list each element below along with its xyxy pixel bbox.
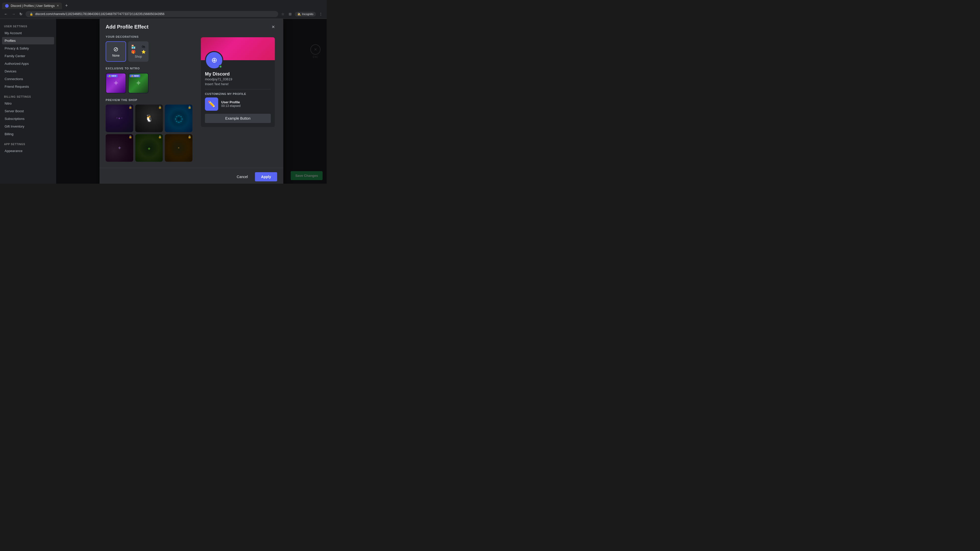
none-icon: ⊘ bbox=[113, 46, 118, 53]
shop-lock-5: 🔒 bbox=[158, 135, 162, 138]
nitro-grid: 🔒 NEW 🔒 NEW bbox=[106, 73, 192, 94]
decoration-grid: ⊘ None 🏪 🛍 🎁 ⭐ Shop bbox=[106, 41, 192, 62]
apply-button[interactable]: Apply bbox=[255, 172, 277, 181]
activity-row: ✏️ User Profile 00:13 elapsed bbox=[205, 97, 271, 111]
profile-preview-card: ⊕ My Discord moodjoy71_03619 Insert Text… bbox=[201, 37, 275, 127]
sidebar-item-devices[interactable]: Devices bbox=[2, 68, 54, 75]
profile-body: My Discord moodjoy71_03619 Insert Text h… bbox=[201, 60, 275, 127]
exclusive-nitro-label: EXCLUSIVE TO NITRO bbox=[106, 67, 192, 70]
address-bar[interactable]: 🔒 discord.com/channels/11823468517819843… bbox=[25, 11, 278, 17]
main-content: USER SETTINGS My Account Profiles Privac… bbox=[0, 19, 327, 184]
modal-overlay: Add Profile Effect ✕ YOUR DECORATIONS ⊘ bbox=[56, 19, 327, 184]
sidebar: USER SETTINGS My Account Profiles Privac… bbox=[0, 19, 56, 184]
profile-name: My Discord bbox=[205, 71, 271, 77]
nav-actions: ☆ ⊞ 🕵 Incognito ⋮ bbox=[280, 11, 324, 17]
sidebar-item-profiles[interactable]: Profiles bbox=[2, 37, 54, 44]
shop-label: Shop bbox=[135, 55, 142, 59]
page-area: AVATAR CUSTOMIZING MY PROFILE ✕ ESC Save… bbox=[56, 19, 327, 184]
lock-icon: 🔒 bbox=[30, 13, 33, 16]
url-text: discord.com/channels/1182346851781984336… bbox=[35, 12, 164, 16]
tab-close-button[interactable]: ✕ bbox=[57, 4, 59, 7]
profile-avatar-wrapper: ⊕ bbox=[205, 51, 223, 69]
sidebar-item-my-account[interactable]: My Account bbox=[2, 29, 54, 37]
close-icon: ✕ bbox=[272, 24, 275, 29]
sidebar-item-connections[interactable]: Connections bbox=[2, 75, 54, 83]
new-tab-button[interactable]: + bbox=[63, 2, 70, 10]
shop-item-2[interactable]: 🔒 bbox=[135, 105, 163, 132]
modal-footer: Cancel Apply bbox=[100, 168, 283, 184]
your-decorations-label: YOUR DECORATIONS bbox=[106, 35, 192, 38]
nitro-item-2[interactable]: 🔒 NEW bbox=[128, 73, 148, 94]
profile-username: moodjoy71_03619 bbox=[205, 77, 271, 81]
shop-lock-1: 🔒 bbox=[129, 106, 132, 109]
shop-item-3[interactable]: 🔒 bbox=[165, 105, 192, 132]
bookmark-button[interactable]: ☆ bbox=[280, 11, 286, 17]
profile-activity-section-title: CUSTOMIZING MY PROFILE bbox=[205, 92, 271, 95]
discord-logo-icon: ⊕ bbox=[211, 56, 217, 64]
shop-item-6[interactable]: 🔒 bbox=[165, 134, 192, 162]
sidebar-item-gift-inventory[interactable]: Gift Inventory bbox=[2, 123, 54, 130]
reload-button[interactable]: ↻ bbox=[18, 11, 24, 17]
modal-close-button[interactable]: ✕ bbox=[269, 23, 277, 31]
nav-bar: ← → ↻ 🔒 discord.com/channels/11823468517… bbox=[0, 10, 327, 19]
none-decoration-item[interactable]: ⊘ None bbox=[106, 41, 126, 62]
back-button[interactable]: ← bbox=[3, 11, 9, 17]
user-settings-section-label: USER SETTINGS bbox=[2, 23, 54, 29]
billing-settings-section-label: BILLING SETTINGS bbox=[2, 94, 54, 99]
incognito-badge: 🕵 Incognito bbox=[295, 12, 316, 17]
lock-badge-icon-2: 🔒 bbox=[131, 75, 134, 77]
avatar-status-dot bbox=[219, 65, 222, 68]
app-settings-section-label: APP SETTINGS bbox=[2, 141, 54, 147]
add-profile-effect-modal: Add Profile Effect ✕ YOUR DECORATIONS ⊘ bbox=[100, 19, 283, 184]
cancel-button[interactable]: Cancel bbox=[233, 172, 252, 181]
shop-lock-6: 🔒 bbox=[188, 135, 191, 138]
shop-icon-grid: 🏪 🛍 🎁 ⭐ bbox=[129, 44, 148, 54]
shop-lock-4: 🔒 bbox=[129, 135, 132, 138]
incognito-label: Incognito bbox=[302, 13, 313, 16]
sidebar-item-privacy-safety[interactable]: Privacy & Safety bbox=[2, 44, 54, 52]
tab-bar: Discord | Profiles | User Settings ✕ + bbox=[0, 0, 327, 10]
shop-lock-3: 🔒 bbox=[188, 106, 191, 109]
incognito-icon: 🕵 bbox=[298, 13, 301, 16]
menu-button[interactable]: ⋮ bbox=[318, 11, 324, 17]
shop-item-1[interactable]: 🔒 bbox=[106, 105, 133, 132]
tab-favicon bbox=[5, 4, 9, 8]
nitro-item-1[interactable]: 🔒 NEW bbox=[106, 73, 126, 94]
lock-badge-icon-1: 🔒 bbox=[108, 75, 111, 77]
shop-icon-br: ⭐ bbox=[139, 50, 148, 54]
shop-lock-2: 🔒 bbox=[158, 106, 162, 109]
sidebar-item-nitro[interactable]: Nitro bbox=[2, 100, 54, 107]
nitro-badge-1: 🔒 NEW bbox=[107, 75, 118, 77]
none-label: None bbox=[112, 54, 120, 57]
preview-shop-grid: 🔒 🔒 🔒 bbox=[106, 105, 192, 162]
shop-item-4[interactable]: 🔒 bbox=[106, 134, 133, 162]
shop-decoration-item[interactable]: 🏪 🛍 🎁 ⭐ Shop bbox=[128, 41, 148, 62]
sidebar-item-authorized-apps[interactable]: Authorized Apps bbox=[2, 60, 54, 67]
new-badge-text-1: NEW bbox=[111, 75, 116, 77]
activity-info: User Profile 00:13 elapsed bbox=[221, 100, 271, 108]
browser-chrome: Discord | Profiles | User Settings ✕ + ←… bbox=[0, 0, 327, 19]
activity-icon: ✏️ bbox=[205, 97, 218, 111]
tab-grid-button[interactable]: ⊞ bbox=[288, 11, 293, 17]
profile-banner: ⊕ bbox=[201, 37, 275, 60]
modal-body: YOUR DECORATIONS ⊘ None 🏪 🛍 🎁 bbox=[100, 35, 283, 168]
sidebar-item-server-boost[interactable]: Server Boost bbox=[2, 107, 54, 115]
sidebar-item-friend-requests[interactable]: Friend Requests bbox=[2, 83, 54, 90]
profile-bio: Insert Text here! bbox=[205, 82, 271, 89]
shop-item-5[interactable]: 🔒 bbox=[135, 134, 163, 162]
shop-icon-tl: 🏪 bbox=[129, 44, 138, 49]
sidebar-item-billing[interactable]: Billing bbox=[2, 130, 54, 138]
right-panel: ⊕ My Discord moodjoy71_03619 Insert Text… bbox=[199, 35, 277, 168]
activity-subtitle: 00:13 elapsed bbox=[221, 104, 271, 108]
preview-shop-label: PREVIEW THE SHOP bbox=[106, 98, 192, 102]
activity-title: User Profile bbox=[221, 100, 271, 104]
left-panel: YOUR DECORATIONS ⊘ None 🏪 🛍 🎁 bbox=[106, 35, 192, 168]
shop-icon-bl: 🎁 bbox=[129, 50, 138, 54]
sidebar-item-subscriptions[interactable]: Subscriptions bbox=[2, 115, 54, 122]
active-tab[interactable]: Discord | Profiles | User Settings ✕ bbox=[2, 3, 62, 9]
example-button[interactable]: Example Button bbox=[205, 114, 271, 123]
sidebar-item-appearance[interactable]: Appearance bbox=[2, 147, 54, 155]
sidebar-item-family-center[interactable]: Family Center bbox=[2, 52, 54, 60]
modal-header: Add Profile Effect ✕ bbox=[100, 19, 283, 35]
forward-button[interactable]: → bbox=[11, 11, 16, 17]
